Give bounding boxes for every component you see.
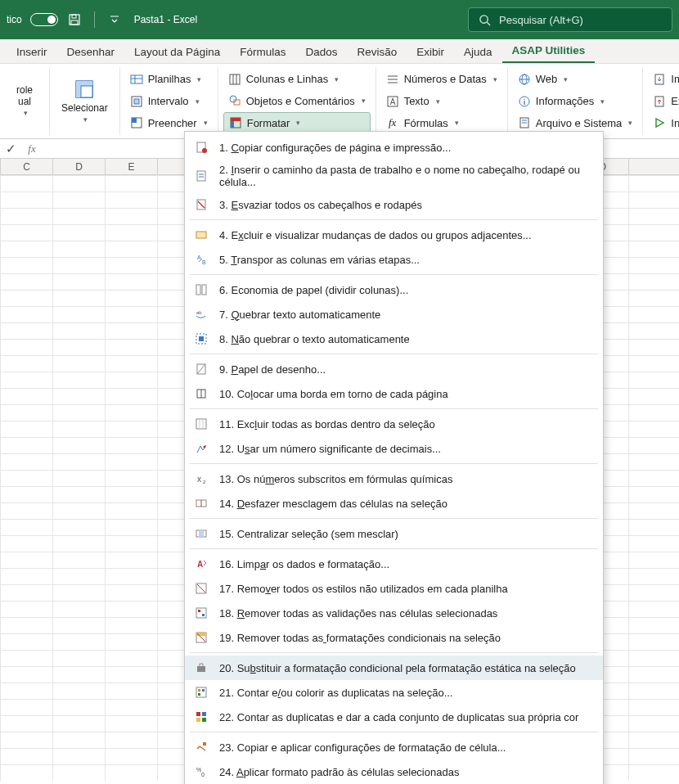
svg-rect-88: [197, 666, 205, 672]
text-icon: A: [386, 95, 399, 108]
menu-item-7[interactable]: ab7. Quebrar texto automaticamente: [185, 302, 603, 327]
menu-item-4[interactable]: 4. Excluir e visualizar mudanças de dado…: [185, 223, 603, 247]
btn-controle[interactable]: role ual ▾: [5, 81, 44, 122]
svg-text:A: A: [197, 255, 201, 260]
btn-colunas-linhas[interactable]: Colunas e Linhas▾: [223, 69, 371, 90]
tab-asap-utilities[interactable]: ASAP Utilities: [502, 40, 596, 63]
menu-item-3[interactable]: 3. Esvaziar todos os cabeçalhos e rodapé…: [185, 192, 603, 217]
menu-item-24[interactable]: %024. Aplicar formato padrão às células …: [185, 759, 603, 784]
menu-item-icon: [193, 227, 209, 243]
fx-icon[interactable]: fx: [21, 142, 43, 155]
tab-inserir[interactable]: Inserir: [7, 42, 57, 63]
tab-dados[interactable]: Dados: [295, 42, 347, 63]
menu-item-15[interactable]: 15. Centralizar seleção (sem mesclar): [185, 521, 603, 546]
qat-customize[interactable]: [103, 8, 126, 31]
menu-item-8[interactable]: 8. Não quebrar o texto automaticamente: [185, 327, 603, 351]
svg-rect-1: [72, 15, 76, 18]
menu-item-label: 22. Contar as duplicatas e dar a cada co…: [219, 711, 578, 723]
menu-item-5[interactable]: AB5. Transpor as colunas em várias etapa…: [185, 247, 603, 272]
menu-item-20[interactable]: 20. Substituir a formatação condicional …: [185, 656, 603, 680]
btn-selecionar[interactable]: Selecionar ▾: [55, 74, 115, 128]
menu-item-17[interactable]: 17. Remover todos os estilos não utiliza…: [185, 576, 603, 601]
tab-layout[interactable]: Layout da Página: [124, 42, 230, 63]
svg-point-72: [204, 446, 206, 448]
btn-planilhas[interactable]: Planilhas▾: [125, 69, 213, 90]
tab-desenhar[interactable]: Desenhar: [57, 42, 125, 63]
menu-item-icon: x2: [193, 471, 209, 487]
title-left: tico Pasta1 - Excel: [7, 8, 197, 31]
svg-line-81: [197, 584, 205, 593]
menu-item-2[interactable]: 2. Inserir o caminho da pasta de trabalh…: [185, 160, 603, 192]
menu-item-23[interactable]: 23. Copiar e aplicar configurações de fo…: [185, 735, 603, 759]
ribbon-tabs: Inserir Desenhar Layout da Página Fórmul…: [0, 39, 679, 64]
group-selecionar: Selecionar ▾: [50, 67, 120, 135]
menu-item-icon: [193, 361, 209, 377]
svg-line-56: [198, 201, 205, 208]
svg-rect-69: [196, 419, 206, 429]
svg-rect-93: [196, 712, 200, 716]
export-icon: [653, 95, 666, 108]
btn-importar[interactable]: Importar▾: [648, 69, 679, 90]
btn-informacoes[interactable]: i Informações▾: [513, 91, 638, 112]
menu-item-14[interactable]: 14. Desfazer mesclagem das células na se…: [185, 491, 603, 516]
menu-separator: [190, 548, 598, 549]
menu-item-1[interactable]: 1. Copiar configurações de página e impr…: [185, 135, 603, 160]
svg-line-4: [487, 22, 490, 25]
menu-item-13[interactable]: x213. Os números subscritos em fórmulas …: [185, 466, 603, 491]
menu-item-10[interactable]: 10. Colocar uma borda em torno de cada p…: [185, 381, 603, 406]
menu-item-label: 16. Limpar os dados e formatação...: [219, 558, 389, 570]
btn-texto[interactable]: A Texto▾: [381, 91, 502, 112]
column-header[interactable]: E: [106, 159, 158, 174]
svg-rect-16: [230, 74, 240, 84]
menu-item-icon: [193, 385, 209, 402]
svg-rect-52: [197, 171, 205, 181]
btn-iniciar[interactable]: Iniciar▾: [648, 112, 679, 133]
tab-revisao[interactable]: Revisão: [347, 42, 407, 63]
menu-item-label: 23. Copiar e aplicar configurações de fo…: [219, 741, 506, 754]
svg-rect-82: [196, 608, 206, 618]
menu-item-label: 13. Os números subscritos em fórmulas qu…: [219, 473, 452, 485]
menu-item-icon: [193, 139, 209, 155]
column-header[interactable]: D: [53, 159, 106, 174]
svg-rect-23: [231, 121, 234, 128]
sheets-icon: [130, 73, 143, 86]
menu-item-icon: %0: [193, 764, 209, 780]
save-button[interactable]: [63, 8, 86, 31]
group-data: Números e Datas▾ A Texto▾ fx Fórmulas▾: [376, 67, 508, 135]
menu-item-16[interactable]: A16. Limpar os dados e formatação...: [185, 552, 603, 576]
svg-text:i: i: [524, 98, 526, 106]
btn-intervalo[interactable]: Intervalo▾: [125, 91, 213, 112]
menu-item-18[interactable]: 18. Remover todas as validações nas célu…: [185, 601, 603, 625]
menu-item-11[interactable]: 11. Excluir todas as bordas dentro da se…: [185, 412, 603, 436]
menu-item-label: 11. Excluir todas as bordas dentro da se…: [219, 418, 435, 430]
menu-item-21[interactable]: 21. Contar e/ou colorir as duplicatas na…: [185, 680, 603, 705]
menu-item-9[interactable]: 9. Papel de desenho...: [185, 357, 603, 381]
menu-item-icon: AB: [193, 251, 209, 268]
btn-web[interactable]: Web▾: [513, 69, 638, 90]
tab-formulas[interactable]: Fórmulas: [230, 42, 295, 63]
svg-rect-91: [202, 689, 205, 692]
tab-exibir[interactable]: Exibir: [407, 42, 454, 63]
menu-item-12[interactable]: 12. Usar um número significante de decim…: [185, 436, 603, 461]
menu-item-6[interactable]: 6. Economia de papel (dividir colunas)..…: [185, 277, 603, 302]
btn-exportar[interactable]: Exportar▾: [648, 91, 679, 112]
column-header[interactable]: C: [1, 159, 53, 174]
autosave-toggle[interactable]: [30, 13, 58, 26]
menu-item-label: 21. Contar e/ou colorir as duplicatas na…: [219, 687, 452, 699]
btn-numeros-datas[interactable]: Números e Datas▾: [381, 69, 502, 90]
btn-objetos[interactable]: Objetos e Comentários▾: [223, 91, 371, 112]
search-box[interactable]: Pesquisar (Alt+G): [468, 7, 672, 32]
group-sheets: Planilhas▾ Intervalo▾ Preencher▾: [120, 67, 218, 135]
menu-item-label: 10. Colocar uma borda em torno de cada p…: [219, 388, 448, 400]
menu-item-22[interactable]: 22. Contar as duplicatas e dar a cada co…: [185, 705, 603, 729]
menu-item-label: 6. Economia de papel (dividir colunas)..…: [219, 284, 408, 296]
svg-text:0: 0: [201, 772, 205, 777]
menu-item-label: 1. Copiar configurações de página e impr…: [219, 142, 451, 154]
menu-separator: [190, 408, 598, 409]
menu-item-icon: [193, 580, 209, 597]
tab-ajuda[interactable]: Ajuda: [454, 42, 502, 63]
fx-accept[interactable]: ✓: [0, 142, 21, 156]
menu-item-19[interactable]: 19. Remover todas as formatações condici…: [185, 625, 603, 650]
range-icon: [130, 95, 143, 108]
menu-item-label: 9. Papel de desenho...: [219, 363, 326, 376]
